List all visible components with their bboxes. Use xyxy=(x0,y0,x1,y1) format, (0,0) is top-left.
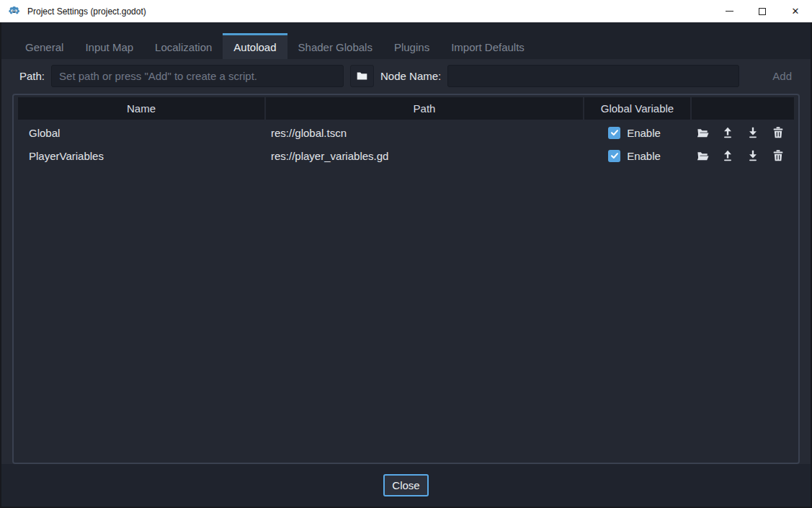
move-down-icon xyxy=(746,149,759,162)
move-up-icon xyxy=(721,126,734,139)
checkmark-icon xyxy=(610,128,619,137)
tab-autoload[interactable]: Autoload xyxy=(223,33,287,59)
close-icon: ✕ xyxy=(792,6,800,16)
titlebar: Project Settings (project.godot) ✕ xyxy=(0,0,812,22)
move-up-button[interactable] xyxy=(720,148,735,163)
move-down-icon xyxy=(746,126,759,139)
tab-general[interactable]: General xyxy=(14,33,74,59)
folder-icon xyxy=(356,70,368,82)
table-row[interactable]: Global res://global.tscn Enable xyxy=(18,121,794,144)
move-down-button[interactable] xyxy=(746,125,760,140)
minimize-button[interactable] xyxy=(713,0,746,22)
node-name-label: Node Name: xyxy=(380,70,441,82)
autoload-path: res://global.tscn xyxy=(264,121,581,144)
column-header-actions xyxy=(692,97,794,120)
path-label: Path: xyxy=(19,70,45,82)
open-scene-button[interactable] xyxy=(695,148,710,163)
enable-label: Enable xyxy=(627,150,661,162)
autoload-path: res://player_variables.gd xyxy=(264,144,581,167)
column-header-name: Name xyxy=(18,97,264,120)
window-title: Project Settings (project.godot) xyxy=(27,6,146,17)
dialog-footer: Close xyxy=(1,464,811,507)
checkmark-icon xyxy=(610,151,619,160)
enable-checkbox[interactable] xyxy=(608,127,620,139)
table-row[interactable]: PlayerVariables res://player_variables.g… xyxy=(18,144,794,167)
window-controls: ✕ xyxy=(713,0,812,22)
trash-icon xyxy=(772,149,785,162)
project-settings-window: Project Settings (project.godot) ✕ Gener… xyxy=(0,0,812,508)
tab-bar: General Input Map Localization Autoload … xyxy=(1,22,811,59)
autoload-name: PlayerVariables xyxy=(18,144,264,167)
tab-input-map[interactable]: Input Map xyxy=(74,33,144,59)
enable-checkbox[interactable] xyxy=(608,150,620,162)
node-name-input[interactable] xyxy=(447,65,739,87)
browse-path-button[interactable] xyxy=(350,65,374,87)
close-window-button[interactable]: ✕ xyxy=(779,0,812,22)
column-header-global-variable: Global Variable xyxy=(584,97,690,120)
add-button[interactable]: Add xyxy=(772,70,792,82)
column-header-path: Path xyxy=(266,97,583,120)
tab-shader-globals[interactable]: Shader Globals xyxy=(287,33,383,59)
close-dialog-button[interactable]: Close xyxy=(383,474,428,496)
tab-plugins[interactable]: Plugins xyxy=(383,33,440,59)
open-folder-icon xyxy=(696,126,710,140)
open-scene-button[interactable] xyxy=(695,125,710,140)
tab-import-defaults[interactable]: Import Defaults xyxy=(440,33,535,59)
minimize-icon xyxy=(726,11,733,12)
enable-label: Enable xyxy=(627,127,661,139)
delete-button[interactable] xyxy=(771,125,785,140)
move-up-button[interactable] xyxy=(720,125,735,140)
table-rows: Global res://global.tscn Enable xyxy=(18,121,794,167)
delete-button[interactable] xyxy=(771,148,785,163)
trash-icon xyxy=(772,126,785,139)
dialog-body: General Input Map Localization Autoload … xyxy=(0,22,812,508)
maximize-icon xyxy=(759,8,766,15)
path-input[interactable] xyxy=(51,65,344,87)
godot-logo-icon xyxy=(8,5,20,17)
autoload-list-panel: Name Path Global Variable Global res://g… xyxy=(12,94,800,464)
move-up-icon xyxy=(721,149,734,162)
move-down-button[interactable] xyxy=(746,148,760,163)
autoload-name: Global xyxy=(18,121,264,144)
autoload-toolbar: Path: Node Name: Add xyxy=(1,59,811,93)
tab-localization[interactable]: Localization xyxy=(144,33,223,59)
table-header: Name Path Global Variable xyxy=(18,97,794,120)
maximize-button[interactable] xyxy=(746,0,779,22)
open-folder-icon xyxy=(696,149,710,163)
